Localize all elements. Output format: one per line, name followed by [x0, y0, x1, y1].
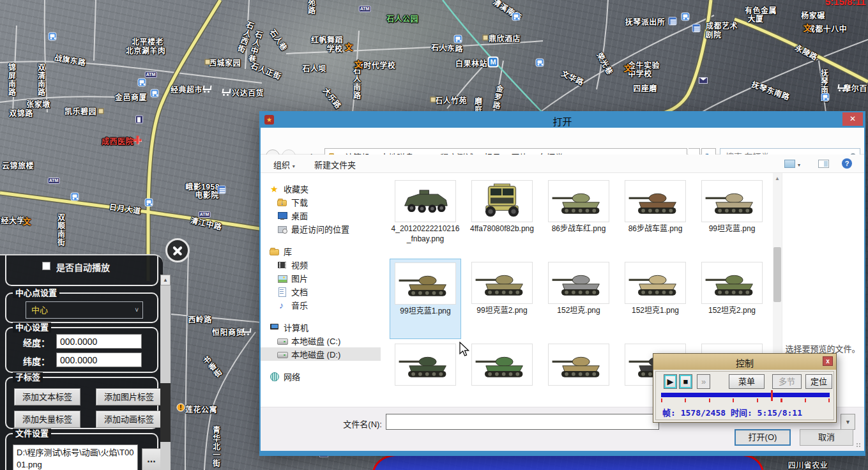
file-item-86步战车红.png[interactable]: 86步战车红.png [543, 177, 614, 257]
view-mode-icon[interactable] [784, 160, 795, 168]
sidebar-item-下载[interactable]: ↓下载 [261, 195, 381, 209]
filename-input[interactable] [386, 414, 659, 430]
disk-icon [277, 349, 287, 360]
scrollbar-thumb[interactable] [160, 383, 171, 442]
recent-icon [277, 224, 287, 234]
multi-section-button[interactable]: 多节 [772, 374, 802, 389]
sidebar-item-收藏夹[interactable]: 收藏夹 [261, 182, 381, 195]
file-item[interactable] [466, 340, 538, 404]
file-name: 99坦克蓝2.png [466, 306, 538, 316]
sidebar-item-视频[interactable]: 视频 [261, 258, 381, 271]
filename-dropdown-icon[interactable]: ▼ [841, 414, 855, 430]
map-label: 成西医院 [102, 135, 133, 146]
preview-pane-icon[interactable] [818, 160, 829, 168]
map-label: 永陵路 [793, 42, 819, 62]
map-label: 剧院 [705, 29, 721, 40]
new-folder-button[interactable]: 新建文件夹 [314, 158, 356, 171]
resize-grip[interactable] [857, 443, 862, 448]
sidebar-item-网络[interactable]: 网络 [261, 370, 381, 383]
locate-button[interactable]: 定位 [805, 374, 832, 389]
dialog-titlebar[interactable]: ★ 打开 ✕ [261, 112, 864, 128]
wen-icon: 文 [344, 43, 353, 52]
open-button[interactable]: 打开(O) [735, 429, 791, 446]
sidebar-item-最近访问的位置[interactable]: 最近访问的位置 [261, 222, 381, 236]
file-item-99坦克蓝1.png[interactable]: 99坦克蓝1.png [390, 259, 461, 339]
sidebar-item-label: 图片 [291, 272, 308, 284]
map-label: 大乐路 [321, 85, 344, 110]
disk-icon [277, 336, 287, 346]
add-label-button-2[interactable]: 添加图片标签 [96, 388, 162, 406]
bus-icon [512, 13, 521, 21]
bus-icon [536, 59, 544, 67]
scroll-up-icon[interactable]: ▲ [773, 174, 782, 183]
sidebar-item-库[interactable]: 库 [261, 245, 381, 258]
file-item-152坦克1.png[interactable]: 152坦克1.png [620, 259, 691, 339]
longitude-field[interactable] [56, 334, 142, 349]
help-icon[interactable]: ? [842, 158, 852, 169]
sidebar-item-音乐[interactable]: 音乐 [261, 298, 381, 312]
file-thumbnail [395, 180, 456, 222]
browse-button[interactable]: ... [142, 448, 161, 470]
sidebar-item-label: 计算机 [284, 321, 308, 333]
dialog-bottom-border [261, 451, 864, 455]
sidebar-item-label: 本地磁盘 (C:) [291, 335, 340, 347]
longitude-label: 经度： [23, 336, 50, 349]
control-titlebar[interactable]: 控制 x [653, 354, 836, 370]
sidebar-item-图片[interactable]: 图片 [261, 271, 381, 285]
map-label: 鼎欣酒店 [489, 33, 521, 43]
timeline-slider[interactable] [661, 393, 830, 397]
bus-icon [145, 199, 153, 207]
map-label: 云锦旅楼 [2, 160, 34, 171]
control-panel: 控制 x ▶ ■ » 菜单 多节 定位 帧: 1578/2458 时间: 5:1… [653, 353, 837, 423]
center-point-select[interactable]: 中心 ˅ [26, 301, 143, 319]
sidebar-item-计算机[interactable]: 计算机 [261, 321, 381, 334]
star-icon [270, 184, 280, 194]
file-item-4ffa78080f82b.png[interactable]: 4ffa78080f82b.png [466, 177, 538, 257]
panel-close-button[interactable] [165, 238, 190, 262]
add-label-button-4[interactable]: 添加动画标签 [96, 411, 162, 428]
file-item-152坦克.png[interactable]: 152坦克.png [543, 259, 614, 339]
file-item-99坦克蓝2.png[interactable]: 99坦克蓝2.png [466, 259, 538, 339]
screen: 清溪南街北平楼老北京涮羊肉战旗东路锦屏南路双清南路西城家园石人西街石人中巷石人巷… [0, 0, 868, 470]
autoplay-label: 是否自动播放 [56, 263, 152, 273]
cancel-button[interactable]: 取消 [800, 429, 853, 446]
file-item-152坦克2.png[interactable]: 152坦克2.png [696, 259, 768, 339]
file-thumbnail [548, 180, 609, 222]
add-label-button-1[interactable]: 添加文本标签 [14, 388, 80, 406]
menu-button[interactable]: 菜单 [729, 374, 765, 389]
sidebar-item-文档[interactable]: 文档 [261, 285, 381, 298]
view-mode-chevron-icon[interactable]: ▾ [798, 162, 800, 168]
bus-icon [821, 93, 830, 102]
panel-scrollbar[interactable]: ▲ [160, 275, 171, 470]
animation-path-field[interactable]: D:\程序测试\标号\动画\火焰\T0001.png [13, 444, 138, 470]
close-icon[interactable]: x [823, 356, 833, 366]
warn-icon: ! [177, 404, 185, 412]
skip-button[interactable]: » [697, 374, 710, 389]
file-item-86步战车蓝.png[interactable]: 86步战车蓝.png [620, 177, 691, 257]
close-icon[interactable]: ✕ [842, 112, 863, 126]
scroll-up-icon[interactable]: ▲ [160, 275, 171, 285]
latitude-field[interactable] [56, 352, 142, 367]
file-item[interactable] [390, 340, 461, 404]
organize-button[interactable]: 组织 ▾ [273, 158, 295, 171]
timeline-position-marker[interactable] [771, 390, 773, 401]
bus-icon [138, 79, 146, 87]
play-button[interactable]: ▶ [664, 374, 677, 389]
file-name: 86步战车蓝.png [620, 224, 691, 234]
file-item-99坦克蓝.png[interactable]: 99坦克蓝.png [696, 177, 768, 257]
autoplay-checkbox[interactable] [42, 262, 50, 270]
map-label: 抚琴东南路 [750, 78, 792, 102]
map-label: 荣光巷 [595, 50, 616, 77]
atm-icon: ATM [145, 72, 157, 78]
sidebar-item-桌面[interactable]: 桌面 [261, 209, 381, 222]
file-item[interactable] [543, 340, 614, 404]
file-name: 152坦克.png [543, 306, 614, 316]
add-label-button-3[interactable]: 添加失量标签 [14, 411, 80, 428]
map-label: 金罗路 [490, 84, 505, 110]
sidebar-item-本地磁盘 (D:)[interactable]: 本地磁盘 (D:) [261, 347, 381, 361]
file-item-4_20120222210216_fnbay.png[interactable]: 4_20120222210216_fnbay.png [390, 177, 461, 257]
sidebar-item-本地磁盘 (C:)[interactable]: 本地磁盘 (C:) [261, 334, 381, 347]
scrollbar-thumb[interactable] [773, 247, 781, 302]
stop-button[interactable]: ■ [679, 374, 692, 389]
map-label: 双顺南街 [56, 213, 66, 246]
